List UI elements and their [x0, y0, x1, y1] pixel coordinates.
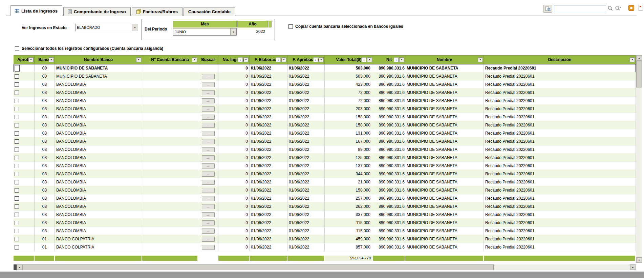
aprob-checkbox[interactable]	[15, 82, 19, 87]
buscar-button[interactable]: ...	[202, 237, 215, 242]
filter-dropdown-icon[interactable]: ▼	[399, 57, 404, 62]
table-row[interactable]: 00MUNICIPIO DE SABANETA001/06/202201/06/…	[14, 64, 636, 72]
filter-dropdown-icon[interactable]: ▼	[281, 57, 286, 62]
table-row[interactable]: 03BANCOLOMBIA...001/06/202201/06/2022423…	[14, 80, 636, 88]
table-row[interactable]: 03BANCOLOMBIA...001/06/202201/06/2022167…	[14, 137, 636, 145]
table-row[interactable]: 03BANCOLOMBIA...001/06/202201/06/202299,…	[14, 145, 636, 154]
filter-dropdown-icon[interactable]: ▼	[136, 57, 141, 62]
column-header-f-elaboraci-n[interactable]: F. Elaboración↓▼	[250, 56, 287, 64]
buscar-button[interactable]: ...	[202, 188, 215, 193]
seleccionar-todos-checkbox[interactable]	[15, 46, 19, 51]
column-header-f-aprobaci-n[interactable]: F. Aprobación↓▼	[287, 56, 325, 64]
buscar-button[interactable]: ...	[202, 212, 215, 217]
aprob-checkbox[interactable]	[15, 196, 19, 201]
aprob-checkbox[interactable]	[15, 180, 19, 184]
buscar-button[interactable]: ...	[202, 123, 215, 128]
buscar-button[interactable]: ...	[202, 115, 215, 120]
sort-icon[interactable]: ↓	[313, 57, 318, 62]
buscar-button[interactable]: ...	[202, 163, 215, 168]
table-row[interactable]: 01BANCO COLPATRIA...001/06/202201/06/202…	[14, 243, 636, 251]
tab-facturas-rubros[interactable]: Facturas/Rubros	[132, 7, 183, 16]
buscar-button[interactable]: ...	[202, 155, 215, 160]
aprob-checkbox[interactable]	[15, 123, 19, 127]
column-header-valor-total[interactable]: Valor Total($)↓▼	[325, 56, 373, 64]
scroll-down-button[interactable]: ▼	[636, 257, 642, 263]
buscar-button[interactable]: ...	[202, 220, 215, 225]
buscar-button[interactable]: ...	[202, 82, 215, 87]
buscar-button[interactable]: ...	[202, 172, 215, 177]
table-row[interactable]: 01BANCO COLPATRIA...001/06/202201/06/202…	[14, 235, 636, 243]
table-row[interactable]: 03BANCOLOMBIA...001/06/202201/06/202272,…	[14, 97, 636, 105]
aprob-checkbox[interactable]	[15, 164, 19, 168]
column-header-nit[interactable]: Nit↓▼	[373, 56, 405, 64]
aprob-checkbox[interactable]	[15, 131, 19, 136]
mes-combobox[interactable]: JUNIO ▼	[173, 28, 237, 36]
filter-dropdown-icon[interactable]: ▼	[243, 57, 249, 62]
filter-dropdown-icon[interactable]: ▼	[192, 57, 197, 62]
sort-icon[interactable]: ↓	[394, 57, 399, 62]
aprob-checkbox[interactable]	[15, 188, 19, 193]
buscar-button[interactable]: ...	[202, 139, 215, 144]
sort-icon[interactable]: ↓	[238, 57, 243, 62]
copiar-checkbox[interactable]	[288, 24, 293, 29]
aprob-checkbox[interactable]	[15, 91, 19, 95]
table-row[interactable]: 03BANCOLOMBIA...001/06/202201/06/2022337…	[14, 211, 636, 219]
filter-dropdown-icon[interactable]: ▼	[478, 57, 483, 62]
column-header-banco[interactable]: Banco▼	[35, 56, 55, 64]
search-input[interactable]	[554, 5, 606, 12]
search-icon[interactable]	[607, 5, 613, 11]
page-icon[interactable]	[639, 5, 643, 11]
table-row[interactable]: 03BANCOLOMBIA...001/06/202201/06/2022131…	[14, 129, 636, 137]
table-row[interactable]: 03BANCOLOMBIA...001/06/202201/06/2022158…	[14, 121, 636, 129]
scroll-left-button[interactable]: ◄	[17, 264, 22, 270]
column-header-buscar[interactable]: Buscar	[198, 56, 218, 64]
vertical-scrollbar[interactable]: ▲ ▼	[636, 55, 642, 263]
filter-dropdown-icon[interactable]: ▼	[28, 57, 34, 62]
table-row[interactable]: 03BANCOLOMBIA...001/06/202201/06/2022158…	[14, 113, 636, 121]
table-row[interactable]: 03BANCOLOMBIA...001/06/202201/06/2022137…	[14, 162, 636, 170]
tab-lista-de-ingresos[interactable]: Lista de Ingresos	[10, 5, 62, 16]
column-header-descripci-n[interactable]: Descripción▼	[484, 56, 636, 64]
column-header-nombre-banco[interactable]: Nombre Banco▼	[55, 56, 142, 64]
buscar-button[interactable]: ...	[202, 204, 215, 209]
table-row[interactable]: 03BANCOLOMBIA...001/06/202201/06/2022125…	[14, 154, 636, 162]
estado-combobox[interactable]: ELABORADO ▼	[75, 24, 138, 31]
app-orange-icon[interactable]	[628, 5, 634, 11]
aprob-checkbox[interactable]	[15, 107, 19, 111]
table-row[interactable]: 03BANCOLOMBIA...001/06/202201/06/2022115…	[14, 227, 636, 235]
aprob-checkbox[interactable]	[15, 172, 19, 176]
buscar-button[interactable]: ...	[202, 147, 215, 152]
buscar-button[interactable]: ...	[202, 229, 215, 234]
sort-icon[interactable]: ↓	[362, 57, 366, 62]
buscar-button[interactable]: ...	[202, 106, 215, 112]
scroll-right-button[interactable]: ►	[630, 264, 636, 270]
aprob-checkbox[interactable]	[15, 237, 19, 241]
tab-comprobante-de-ingreso[interactable]: Comprobante de Ingreso	[63, 7, 131, 16]
buscar-button[interactable]: ...	[202, 245, 215, 250]
buscar-button[interactable]: ...	[202, 74, 215, 79]
aprob-checkbox[interactable]	[15, 221, 19, 225]
table-row[interactable]: 03BANCOLOMBIA...001/06/202201/06/2022257…	[14, 194, 636, 202]
filter-dropdown-icon[interactable]: ▼	[319, 57, 324, 62]
horizontal-scroll-thumb[interactable]	[22, 264, 494, 270]
scroll-up-button[interactable]: ▲	[636, 55, 642, 61]
table-row[interactable]: 03BANCOLOMBIA...001/06/202201/06/2022158…	[14, 186, 636, 194]
aprob-checkbox[interactable]	[15, 156, 19, 160]
column-header-no-ingreso[interactable]: No. Ingreso↓▼	[218, 56, 250, 64]
table-row[interactable]: 03BANCOLOMBIA...001/06/202201/06/2022115…	[14, 219, 636, 227]
table-row[interactable]: 03BANCOLOMBIA...001/06/202201/06/2022203…	[14, 105, 636, 113]
table-row[interactable]: 00MUNICIPIO DE SABANETA...001/06/202201/…	[14, 72, 636, 80]
aprob-checkbox[interactable]	[15, 147, 19, 152]
aprob-checkbox[interactable]	[15, 99, 19, 103]
search-options-icon[interactable]	[615, 5, 621, 11]
filter-dropdown-icon[interactable]: ▼	[630, 57, 635, 62]
sort-icon[interactable]: ↓	[276, 57, 281, 62]
buscar-button[interactable]: ...	[202, 196, 215, 201]
aprob-checkbox[interactable]	[15, 115, 19, 119]
tab-causacion-contable[interactable]: Causación Contable	[184, 7, 235, 16]
buscar-button[interactable]: ...	[202, 180, 215, 185]
lookup-button[interactable]	[543, 5, 552, 13]
aprob-checkbox[interactable]	[15, 229, 19, 233]
table-row[interactable]: 03BANCOLOMBIA...001/06/202201/06/202272,…	[14, 88, 636, 97]
table-row[interactable]: 03BANCOLOMBIA...001/06/202201/06/2022262…	[14, 202, 636, 211]
